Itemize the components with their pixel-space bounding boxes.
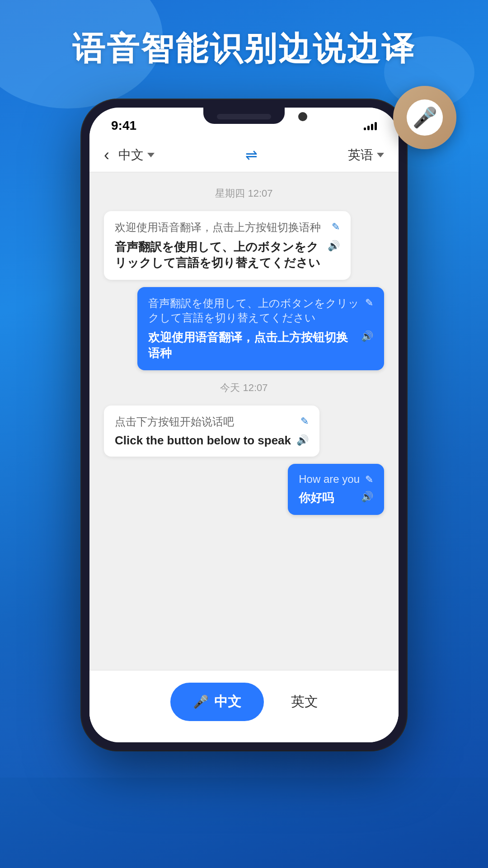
msg3-translated: Click the button below to speak 🔊: [115, 434, 309, 448]
edit-icon-3[interactable]: ✎: [300, 415, 309, 427]
nav-bar: ‹ 中文 ⇌ 英语: [89, 138, 399, 172]
phone-speaker: [217, 114, 271, 119]
timestamp-2: 今天 12:07: [104, 381, 384, 395]
message-received-2: 点击下方按钮开始说话吧 ✎ Click the button below to …: [104, 406, 319, 457]
phone-mockup: 9:41 ‹ 中文: [81, 99, 407, 750]
mic-btn-icon: 🎤: [193, 694, 209, 709]
phone-outer: 9:41 ‹ 中文: [81, 99, 407, 750]
swap-icon: ⇌: [245, 146, 258, 164]
msg1-original: 欢迎使用语音翻译，点击上方按钮切换语种 ✎: [115, 220, 340, 235]
bottom-toolbar: 🎤 中文 英文: [89, 670, 399, 742]
sound-icon-1[interactable]: 🔊: [328, 240, 340, 252]
signal-bar-3: [371, 124, 373, 130]
msg2-translated: 欢迎使用语音翻译，点击上方按钮切换语种 🔊: [148, 330, 373, 361]
lang-left-label: 中文: [118, 146, 144, 164]
chat-area: 星期四 12:07 欢迎使用语音翻译，点击上方按钮切换语种 ✎ 音声翻訳を使用し…: [89, 172, 399, 717]
phone-screen: 9:41 ‹ 中文: [89, 108, 399, 742]
status-icons: [364, 121, 377, 130]
phone-camera: [298, 112, 307, 121]
msg2-original: 音声翻訳を使用して、上のボタンをクリックして言語を切り替えてください ✎: [148, 296, 373, 325]
signal-bar-1: [364, 127, 366, 130]
signal-icon: [364, 121, 377, 130]
msg4-original: How are you ✎: [299, 473, 373, 486]
lang-right-selector[interactable]: 英语: [348, 146, 384, 164]
signal-bar-2: [367, 126, 370, 130]
message-sent-1: 音声翻訳を使用して、上のボタンをクリックして言語を切り替えてください ✎ 欢迎使…: [137, 287, 384, 370]
edit-icon-1[interactable]: ✎: [332, 221, 340, 233]
msg1-translated: 音声翻訳を使用して、上のボタンをクリックして言語を切り替えてください 🔊: [115, 239, 340, 271]
lang-left-dropdown-icon: [147, 153, 155, 157]
english-speak-button[interactable]: 英文: [291, 693, 318, 711]
lang-right-dropdown-icon: [377, 153, 384, 157]
msg4-translated: 你好吗 🔊: [299, 490, 373, 506]
message-sent-2: How are you ✎ 你好吗 🔊: [288, 464, 384, 515]
edit-icon-2[interactable]: ✎: [365, 297, 373, 309]
back-button[interactable]: ‹: [104, 146, 109, 165]
english-btn-label: 英文: [291, 694, 318, 709]
sound-icon-2[interactable]: 🔊: [361, 330, 373, 342]
status-time: 9:41: [111, 118, 136, 133]
sound-icon-3[interactable]: 🔊: [296, 434, 309, 446]
msg3-original: 点击下方按钮开始说话吧 ✎: [115, 415, 309, 429]
timestamp-1: 星期四 12:07: [104, 187, 384, 200]
lang-left-selector[interactable]: 中文: [118, 146, 155, 164]
sound-icon-4[interactable]: 🔊: [361, 491, 373, 503]
mic-icon: 🎤: [407, 99, 443, 136]
chinese-speak-button[interactable]: 🎤 中文: [170, 683, 264, 721]
mic-floating-button[interactable]: 🎤: [393, 86, 456, 149]
lang-right-label: 英语: [348, 146, 373, 164]
page-title: 语音智能识别边说边译: [0, 27, 488, 71]
edit-icon-4[interactable]: ✎: [365, 474, 373, 486]
message-received-1: 欢迎使用语音翻译，点击上方按钮切换语种 ✎ 音声翻訳を使用して、上のボタンをクリ…: [104, 211, 351, 280]
chinese-btn-label: 中文: [214, 693, 241, 711]
signal-bar-4: [375, 122, 377, 130]
swap-button[interactable]: ⇌: [164, 146, 339, 164]
